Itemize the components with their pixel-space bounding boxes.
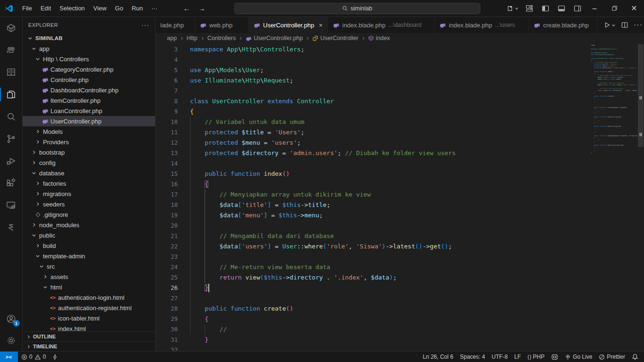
split-editor-icon[interactable] [621,22,628,28]
mascot-icon[interactable] [0,39,23,61]
code-line-23[interactable]: 23 [156,252,591,262]
tree-item-.gitignore[interactable]: .gitignore [23,209,155,220]
remote-preview-icon[interactable] [0,194,23,216]
tree-item-app[interactable]: app [23,43,155,54]
remote-indicator[interactable]: >< [0,352,18,362]
tree-item-controller.php[interactable]: Controller.php [23,74,155,85]
tree-item-template-admin[interactable]: template-admin [23,251,155,261]
eol-setting[interactable]: LF [511,352,524,362]
container-icon[interactable] [0,17,23,39]
code-line-31[interactable]: 31 } [156,335,591,345]
account-icon[interactable]: 1 [0,308,23,329]
code-line-32[interactable]: 32 [156,345,591,351]
tree-item-models[interactable]: Models [23,126,155,137]
notifications-bell-icon[interactable] [628,352,644,362]
scrollbar-thumb[interactable] [638,44,644,147]
menu-go[interactable]: Go [111,3,127,14]
code-line-20[interactable]: 20 [156,221,591,231]
code-line-14[interactable]: 14 [156,158,591,169]
code-line-28[interactable]: 28 public function create() [156,304,591,314]
menu-edit[interactable]: Edit [36,3,55,14]
language-mode[interactable]: { } PHP [524,352,548,362]
tree-item-database[interactable]: database [23,168,155,178]
problems-status[interactable]: 0 0 [18,352,49,362]
tree-item-dashboardcontroller.php[interactable]: DashboardController.php [23,85,155,95]
code-line-25[interactable]: 25 return view($this->directory . '.inde… [156,272,591,283]
code-line-6[interactable]: 6use Illuminate\Http\Request; [156,75,591,86]
tab-UserController-php[interactable]: UserController.php× [249,17,328,33]
tree-item-html[interactable]: html [23,282,155,292]
extensions-icon[interactable] [0,172,23,194]
run-file-button[interactable] [604,22,616,28]
compose-dropdown-icon[interactable] [506,2,520,15]
menu-file[interactable]: File [18,3,36,14]
code-line-15[interactable]: 15 public function index() [156,169,591,179]
code-editor[interactable]: 3namespace App\Http\Controllers;45use Ap… [156,43,644,351]
tree-item-usercontroller.php[interactable]: UserController.php [23,116,155,126]
tree-item-providers[interactable]: Providers [23,137,155,147]
tab-create-blade-php[interactable]: create.blade.php [529,17,597,33]
code-line-17[interactable]: 17 // Menyiapkan array untuk dikirim ke … [156,189,591,200]
menu-selection[interactable]: Selection [55,3,89,14]
explorer-files-icon[interactable] [0,83,23,106]
code-line-27[interactable]: 27 [156,293,591,304]
editor-more-actions-icon[interactable]: ··· [634,21,643,29]
code-line-29[interactable]: 29 { [156,314,591,324]
toggle-primary-sidebar-icon[interactable] [538,2,553,15]
minimize-button[interactable]: – [585,0,604,17]
breadcrumb-item-app[interactable]: app [167,35,177,41]
close-window-button[interactable]: ✕ [624,0,644,17]
extension-status-icon[interactable] [548,352,561,362]
code-line-30[interactable]: 30 // [156,324,591,335]
tree-item-categorycontroller.php[interactable]: CategoryController.php [23,64,155,74]
command-center-search[interactable]: siminlab [234,3,480,14]
code-line-16[interactable]: 16 { [156,179,591,189]
prettier-status[interactable]: Prettier [595,352,628,362]
timeline-section[interactable]: TIMELINE [23,341,155,351]
restore-button[interactable] [604,0,624,17]
code-line-11[interactable]: 11 protected $title = 'Users'; [156,127,591,138]
s-logo-icon[interactable] [0,216,23,239]
tree-item-authentication-register.html[interactable]: <>authentication-register.html [23,303,155,313]
breadcrumb-item-usercontrollerphp[interactable]: UserController.php [246,35,303,41]
search-sidebar-icon[interactable] [0,106,23,128]
code-line-3[interactable]: 3namespace App\Http\Controllers; [156,44,591,55]
code-line-9[interactable]: 9{ [156,107,591,117]
nav-forward-button[interactable]: → [196,4,208,12]
nav-back-button[interactable]: ← [181,4,193,12]
menu-view[interactable]: View [89,3,111,14]
book-icon[interactable] [0,61,23,83]
code-line-5[interactable]: 5use App\Models\User; [156,65,591,75]
code-line-8[interactable]: 8class UserController extends Controller [156,96,591,107]
breadcrumb-item-usercontroller[interactable]: UserController [313,35,358,41]
code-line-13[interactable]: 13 protected $directory = 'admin.users';… [156,148,591,158]
tree-item-authentication-login.html[interactable]: <>authentication-login.html [23,292,155,303]
tree-item-icon-tabler.html[interactable]: <>icon-tabler.html [23,313,155,323]
code-line-10[interactable]: 10 // Variabel untuk data umum [156,117,591,127]
code-line-26[interactable]: 26 } [156,283,591,293]
menu-[interactable]: ··· [147,3,162,14]
tab-index-blade-php[interactable]: index.blade.php...\users [435,17,529,33]
tree-item-factories[interactable]: factories [23,178,155,189]
cursor-position[interactable]: Ln 26, Col 6 [420,352,457,362]
tab-lade-php[interactable]: lade.php [156,17,195,33]
breadcrumb-item-controllers[interactable]: Controllers [207,35,236,41]
encoding-setting[interactable]: UTF-8 [488,352,511,362]
code-line-22[interactable]: 22 $data['users'] = User::where('role', … [156,241,591,252]
tree-item-build[interactable]: build [23,240,155,251]
tree-item-src[interactable]: src [23,261,155,272]
source-control-icon[interactable] [0,128,23,150]
tree-item-node-modules[interactable]: node_modules [23,220,155,230]
toggle-secondary-sidebar-icon[interactable] [570,2,585,15]
code-line-4[interactable]: 4 [156,55,591,65]
indentation-setting[interactable]: Spaces: 4 [456,352,488,362]
tree-item-bootstrap[interactable]: bootstrap [23,147,155,157]
tree-item-config[interactable]: config [23,157,155,168]
editor-scrollbar[interactable] [637,43,644,351]
breadcrumb-item-http[interactable]: Http [187,35,198,41]
tree-item-siminlab[interactable]: SIMINLAB [23,33,155,43]
code-line-19[interactable]: 19 $data['menu'] = $this->menu; [156,210,591,221]
code-line-21[interactable]: 21 // Mengambil data dari database [156,231,591,241]
tab-index-blade-php[interactable]: index.blade.php...\dashboard [328,17,435,33]
tree-item-assets[interactable]: assets [23,272,155,282]
